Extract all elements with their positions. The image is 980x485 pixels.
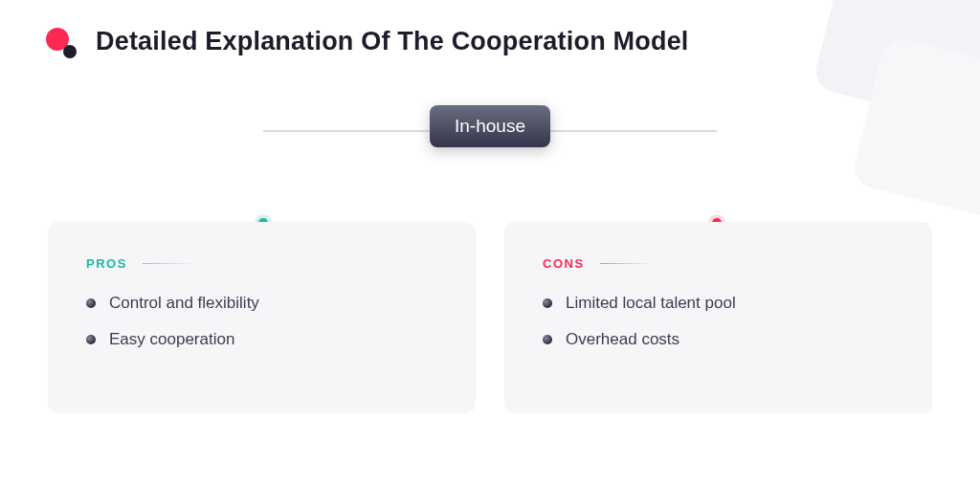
cons-label: CONS <box>543 256 585 271</box>
list-item-text: Control and flexibility <box>109 294 259 313</box>
bullet-icon <box>86 335 96 344</box>
cons-card: CONS Limited local talent pool Overhead … <box>504 222 932 413</box>
model-badge: In-house <box>430 105 550 147</box>
bullet-icon <box>543 298 552 308</box>
list-item: Control and flexibility <box>86 294 437 313</box>
header: Detailed Explanation Of The Cooperation … <box>46 27 934 56</box>
bullet-icon <box>86 298 96 308</box>
pros-card: PROS Control and flexibility Easy cooper… <box>48 222 476 413</box>
list-item: Limited local talent pool <box>543 294 894 313</box>
cons-list: Limited local talent pool Overhead costs <box>543 294 894 349</box>
cards-row: PROS Control and flexibility Easy cooper… <box>48 222 932 413</box>
list-item-text: Limited local talent pool <box>566 294 736 313</box>
divider-line-icon <box>143 263 194 265</box>
divider-line-icon <box>600 263 652 265</box>
list-item-text: Easy cooperation <box>109 330 234 349</box>
brand-logo-icon <box>46 28 75 56</box>
page-title: Detailed Explanation Of The Cooperation … <box>96 27 689 56</box>
bullet-icon <box>543 335 552 344</box>
list-item: Easy cooperation <box>86 330 437 349</box>
card-header: PROS <box>86 256 437 271</box>
pros-list: Control and flexibility Easy cooperation <box>86 294 437 349</box>
list-item: Overhead costs <box>543 330 894 349</box>
pros-label: PROS <box>86 256 127 271</box>
card-header: CONS <box>543 256 894 271</box>
list-item-text: Overhead costs <box>566 330 679 349</box>
